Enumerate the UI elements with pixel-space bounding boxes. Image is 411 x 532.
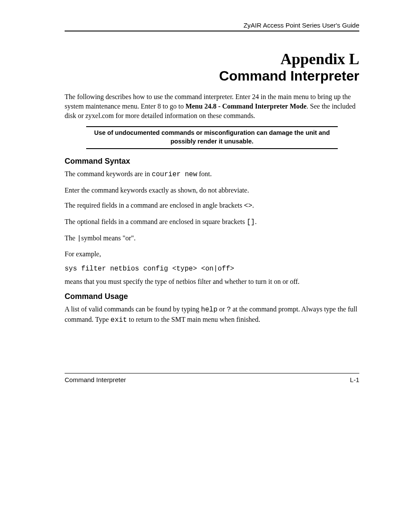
intro-bold: Menu 24.8 - Command Interpreter Mode <box>185 103 306 110</box>
page-title-block: Appendix L Command Interpreter <box>65 51 359 84</box>
document-page: ZyAIR Access Point Series User's Guide A… <box>0 0 411 532</box>
warning-box: Use of undocumented commands or misconfi… <box>86 126 338 149</box>
page-footer: Command Interpreter L-1 <box>65 373 359 383</box>
syntax-p5: The |symbol means "or". <box>65 233 359 244</box>
intro-paragraph: The following describes how to use the c… <box>65 92 359 120</box>
syntax-p2: Enter the command keywords exactly as sh… <box>65 186 359 195</box>
code-inline: courier new <box>152 171 197 178</box>
code-inline: <> <box>244 202 252 210</box>
code-example: sys filter netbios config <type> <on|off… <box>65 265 359 273</box>
appendix-label: Appendix L <box>65 51 359 68</box>
footer-left: Command Interpreter <box>65 376 126 383</box>
code-inline: exit <box>111 316 127 324</box>
warning-bottom-rule <box>86 148 338 149</box>
usage-p1: A list of valid commands can be found by… <box>65 305 359 325</box>
warning-text: Use of undocumented commands or misconfi… <box>86 127 338 148</box>
header-rule <box>65 31 359 31</box>
footer-right: L-1 <box>350 376 359 383</box>
syntax-p4: The optional fields in a command are enc… <box>65 217 359 227</box>
section-heading-usage: Command Usage <box>65 292 359 301</box>
syntax-p3: The required fields in a command are enc… <box>65 201 359 211</box>
running-header: ZyAIR Access Point Series User's Guide <box>65 22 359 31</box>
syntax-p7: means that you must specify the type of … <box>65 277 359 286</box>
code-inline: [] <box>247 218 255 226</box>
code-inline: help <box>201 306 217 314</box>
syntax-p1: The command keywords are in courier new … <box>65 169 359 180</box>
code-inline: ? <box>227 306 231 314</box>
appendix-name: Command Interpreter <box>65 68 359 84</box>
syntax-p6: For example, <box>65 249 359 259</box>
section-heading-syntax: Command Syntax <box>65 157 359 166</box>
